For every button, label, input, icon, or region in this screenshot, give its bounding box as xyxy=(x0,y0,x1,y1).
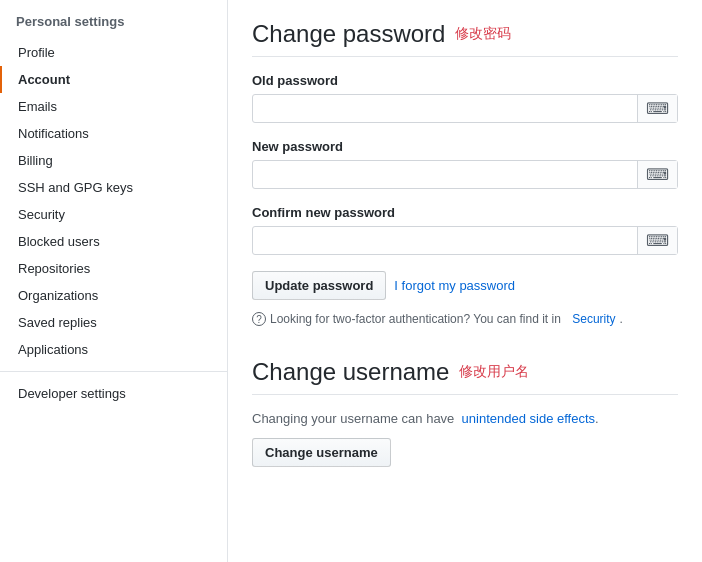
security-link[interactable]: Security xyxy=(572,312,615,326)
confirm-password-label: Confirm new password xyxy=(252,205,678,220)
old-password-group: Old password ⌨ xyxy=(252,73,678,123)
change-username-title: Change username 修改用户名 xyxy=(252,358,678,395)
old-password-input-wrapper: ⌨ xyxy=(252,94,678,123)
confirm-password-input[interactable] xyxy=(253,227,637,254)
sidebar-item-ssh-gpg-keys[interactable]: SSH and GPG keys xyxy=(0,174,227,201)
change-password-section: Change password 修改密码 Old password ⌨ New … xyxy=(252,20,678,326)
change-username-chinese-label: 修改用户名 xyxy=(459,363,529,381)
sidebar-item-billing[interactable]: Billing xyxy=(0,147,227,174)
new-password-group: New password ⌨ xyxy=(252,139,678,189)
change-password-title: Change password 修改密码 xyxy=(252,20,678,57)
change-username-section: Change username 修改用户名 Changing your user… xyxy=(252,358,678,467)
change-password-title-text: Change password xyxy=(252,20,445,48)
username-desc-prefix: Changing your username can have xyxy=(252,411,454,426)
sidebar-heading: Personal settings xyxy=(0,8,227,35)
sidebar-item-developer-settings[interactable]: Developer settings xyxy=(0,380,227,407)
old-password-input[interactable] xyxy=(253,95,637,122)
new-password-input[interactable] xyxy=(253,161,637,188)
username-description: Changing your username can have unintend… xyxy=(252,411,678,426)
sidebar-item-notifications[interactable]: Notifications xyxy=(0,120,227,147)
confirm-password-group: Confirm new password ⌨ xyxy=(252,205,678,255)
sidebar-section-main: Profile Account Emails Notifications Bil… xyxy=(0,39,227,363)
sidebar-divider xyxy=(0,371,227,372)
two-factor-note: ? Looking for two-factor authentication?… xyxy=(252,312,678,326)
forgot-password-link[interactable]: I forgot my password xyxy=(394,278,515,293)
side-effects-link[interactable]: unintended side effects xyxy=(462,411,595,426)
confirm-password-input-wrapper: ⌨ xyxy=(252,226,678,255)
new-password-label: New password xyxy=(252,139,678,154)
sidebar-item-organizations[interactable]: Organizations xyxy=(0,282,227,309)
sidebar-item-repositories[interactable]: Repositories xyxy=(0,255,227,282)
sidebar-item-account[interactable]: Account xyxy=(0,66,227,93)
help-icon: ? xyxy=(252,312,266,326)
two-factor-text: Looking for two-factor authentication? Y… xyxy=(270,312,561,326)
update-password-button[interactable]: Update password xyxy=(252,271,386,300)
sidebar-item-applications[interactable]: Applications xyxy=(0,336,227,363)
sidebar-item-emails[interactable]: Emails xyxy=(0,93,227,120)
username-desc-suffix: . xyxy=(595,411,599,426)
sidebar-item-saved-replies[interactable]: Saved replies xyxy=(0,309,227,336)
sidebar-item-profile[interactable]: Profile xyxy=(0,39,227,66)
app-layout: Personal settings Profile Account Emails… xyxy=(0,0,702,562)
sidebar: Personal settings Profile Account Emails… xyxy=(0,0,228,562)
old-password-label: Old password xyxy=(252,73,678,88)
password-actions: Update password I forgot my password xyxy=(252,271,678,300)
change-username-title-text: Change username xyxy=(252,358,449,386)
change-username-button[interactable]: Change username xyxy=(252,438,391,467)
new-password-keyboard-icon: ⌨ xyxy=(637,161,677,188)
new-password-input-wrapper: ⌨ xyxy=(252,160,678,189)
old-password-keyboard-icon: ⌨ xyxy=(637,95,677,122)
sidebar-item-security[interactable]: Security xyxy=(0,201,227,228)
two-factor-suffix: . xyxy=(620,312,623,326)
change-password-chinese-label: 修改密码 xyxy=(455,25,511,43)
confirm-password-keyboard-icon: ⌨ xyxy=(637,227,677,254)
sidebar-item-blocked-users[interactable]: Blocked users xyxy=(0,228,227,255)
main-content: Change password 修改密码 Old password ⌨ New … xyxy=(228,0,702,562)
